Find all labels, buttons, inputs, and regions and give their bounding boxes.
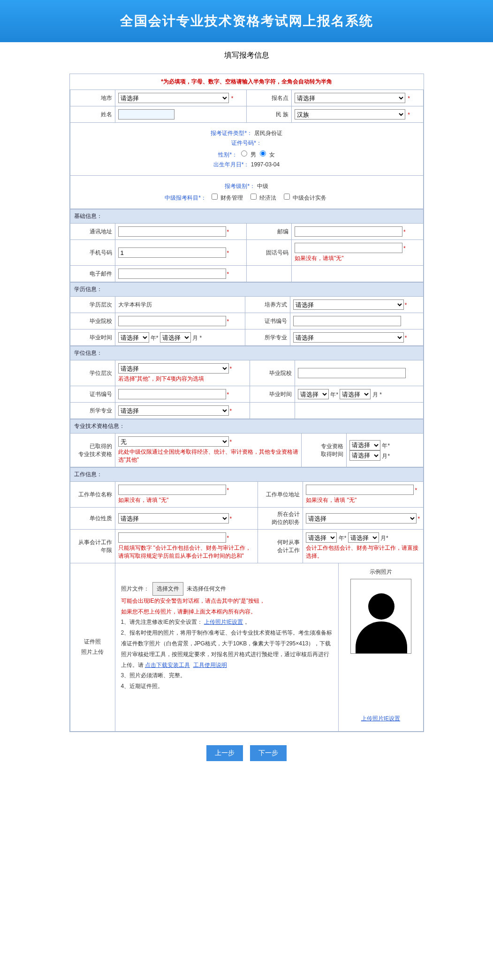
- star: *: [231, 95, 234, 102]
- input-mobile[interactable]: [118, 247, 226, 258]
- select-nation[interactable]: 汉族: [295, 109, 405, 120]
- input-email[interactable]: [118, 269, 226, 279]
- input-edu-school[interactable]: [118, 316, 226, 326]
- sec-edu: 学历信息：: [70, 282, 424, 296]
- prof-year-sfx: 年*: [382, 442, 390, 449]
- photo-right: 示例照片 上传照片IE设置: [339, 563, 423, 731]
- label-prof-got: 已取得的专业技术资格: [70, 434, 115, 467]
- label-female: 女: [269, 151, 275, 158]
- label-deg-level: 学位层次: [70, 360, 115, 386]
- label-city: 地市: [70, 90, 115, 106]
- input-name[interactable]: [118, 109, 174, 120]
- select-deg-year[interactable]: 请选择: [298, 389, 329, 399]
- input-post[interactable]: [295, 226, 402, 237]
- label-edu-school: 毕业院校: [70, 313, 115, 329]
- input-unit[interactable]: [118, 485, 226, 495]
- edu-table: 学历层次 大学本科学历 培养方式 请选择* 毕业院校 * 证书编号 毕业时间 请…: [70, 296, 424, 346]
- select-prof-month[interactable]: 请选择: [349, 450, 380, 461]
- link-ie-setting-1[interactable]: 上传照片IE设置: [204, 619, 243, 625]
- input-years[interactable]: [118, 532, 226, 543]
- input-tel[interactable]: [295, 243, 402, 253]
- select-edu-month[interactable]: 请选择: [160, 332, 191, 343]
- hint-prof-got: 此处中级仅限通过全国统考取得经济、统计、审计资格，其他专业资格请选"其他": [118, 448, 299, 464]
- gender-female-option[interactable]: 女: [258, 151, 274, 158]
- chk-s2[interactable]: [250, 194, 257, 200]
- cell-name: [115, 106, 247, 123]
- birth-value: 1997-03-04: [251, 161, 280, 168]
- sec-basic: 基础信息：: [70, 209, 424, 223]
- label-unit: 工作单位名称: [70, 482, 115, 508]
- label-male: 男: [250, 151, 256, 158]
- hint-deg-level: 若选择"其他"，则下4项内容为选填: [118, 375, 247, 383]
- select-prof-got[interactable]: 无: [118, 436, 229, 447]
- sec-work: 工作信息：: [70, 467, 424, 481]
- label-deg-gradtime: 毕业时间: [250, 386, 295, 403]
- chk-s1[interactable]: [212, 194, 218, 200]
- edu-year-sfx: 年*: [151, 335, 159, 341]
- select-edu-year[interactable]: 请选择: [118, 332, 149, 343]
- select-city[interactable]: 请选择: [118, 93, 229, 103]
- subject-1[interactable]: 财务管理: [210, 195, 243, 201]
- radio-male[interactable]: [241, 150, 247, 157]
- next-button[interactable]: 下一步: [250, 745, 287, 761]
- link-download-tool[interactable]: 点击下载安装工具: [145, 662, 190, 668]
- input-addr[interactable]: [118, 226, 226, 237]
- work-table: 工作单位名称 * 如果没有，请填 "无" 工作单位地址 * 如果没有，请填 "无…: [70, 481, 424, 563]
- deg-month-sfx: 月 *: [372, 391, 382, 398]
- footer-buttons: 上一步 下一步: [69, 745, 424, 761]
- file-label: 照片文件：: [121, 585, 149, 592]
- label-edu-major: 所学专业: [245, 329, 290, 346]
- label-idtype: 报考证件类型*：: [211, 130, 252, 136]
- select-deg-major[interactable]: 请选择: [118, 405, 229, 416]
- chk-s3[interactable]: [284, 194, 290, 200]
- hint-unitaddr: 如果没有，请填 "无": [306, 496, 420, 504]
- level-value: 中级: [257, 183, 268, 189]
- gender-male-option[interactable]: 男: [239, 151, 256, 158]
- deg-year-sfx: 年*: [330, 391, 338, 398]
- label-gender: 性别*：: [218, 151, 237, 158]
- input-edu-certno[interactable]: [293, 316, 401, 326]
- input-deg-school[interactable]: [298, 368, 406, 378]
- select-edu-major[interactable]: 请选择: [293, 332, 404, 343]
- top-rows: 地市 请选择 * 报名点 请选择 * 姓名 民 族 汉族: [70, 90, 424, 123]
- hint-years: 只能填写数字 "会计工作包括会计、财务与审计工作，请填写取得规定学历前后从事会计…: [118, 544, 255, 560]
- radio-female[interactable]: [260, 150, 266, 157]
- sec-prof: 专业技术资格信息：: [70, 419, 424, 433]
- prev-button[interactable]: 上一步: [206, 745, 243, 761]
- select-duty[interactable]: 请选择: [306, 513, 417, 524]
- hint-start: 会计工作包括会计、财务与审计工作，请直接选择。: [306, 544, 420, 560]
- label-edu-gradtime: 毕业时间: [70, 329, 115, 346]
- choose-file-button[interactable]: 选择文件: [152, 582, 183, 596]
- select-prof-year[interactable]: 请选择: [349, 440, 380, 450]
- hint-tel: 如果没有，请填"无": [295, 254, 420, 262]
- subject-3[interactable]: 中级会计实务: [282, 195, 326, 201]
- star: *: [408, 112, 410, 118]
- label-subjects: 中级报考科目*：: [165, 195, 206, 201]
- link-ie-setting-2-wrap: 上传照片IE设置: [343, 715, 418, 723]
- deg-table: 学位层次 请选择* 若选择"其他"，则下4项内容为选填 毕业院校 证书编号 * …: [70, 360, 424, 419]
- link-ie-setting-2[interactable]: 上传照片IE设置: [361, 715, 400, 722]
- label-nation: 民 族: [247, 106, 292, 123]
- hint-unit: 如果没有，请填 "无": [118, 496, 255, 504]
- select-start-month[interactable]: 请选择: [348, 532, 379, 543]
- subject-2[interactable]: 经济法: [249, 195, 276, 201]
- select-deg-month[interactable]: 请选择: [340, 389, 371, 399]
- label-mobile: 手机号码: [70, 240, 115, 266]
- select-train[interactable]: 请选择: [293, 299, 404, 310]
- photo-block: 证件照照片上传 照片文件： 选择文件 未选择任何文件 可能会出现IE的安全警告对…: [70, 563, 424, 732]
- input-unitaddr[interactable]: [306, 485, 414, 495]
- link-tool-help[interactable]: 工具使用说明: [193, 662, 227, 668]
- label-unittype: 单位性质: [70, 508, 115, 530]
- label-site: 报名点: [247, 90, 292, 106]
- select-start-year[interactable]: 请选择: [306, 532, 337, 543]
- label-tel: 固话号码: [247, 240, 292, 266]
- input-deg-certno[interactable]: [118, 389, 226, 399]
- select-site[interactable]: 请选择: [295, 93, 405, 103]
- label-deg-school: 毕业院校: [250, 360, 295, 386]
- photo-l4: 4、近期证件照。: [121, 681, 333, 692]
- edu-level-value: 大学本科学历: [118, 301, 152, 308]
- select-deg-level[interactable]: 请选择: [118, 363, 229, 374]
- label-addr: 通讯地址: [70, 224, 115, 240]
- select-unittype[interactable]: 请选择: [118, 513, 229, 524]
- label-post: 邮编: [247, 224, 292, 240]
